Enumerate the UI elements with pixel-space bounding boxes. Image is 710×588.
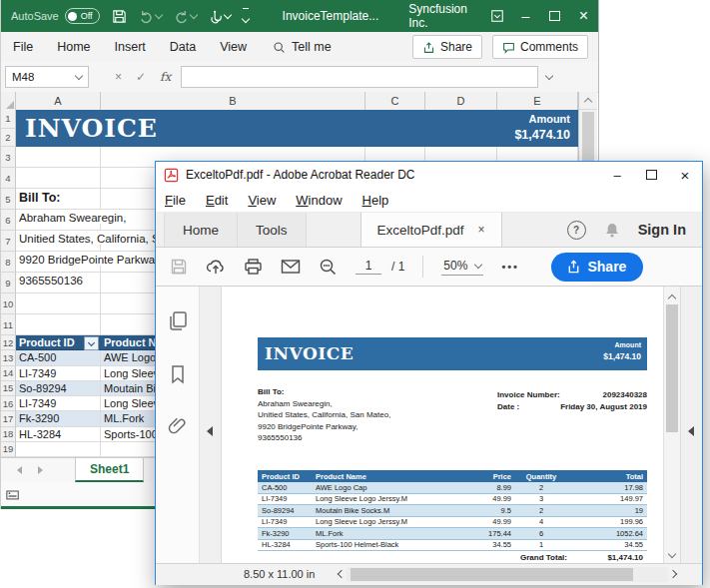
row-header[interactable]: 12: [1, 335, 16, 350]
tools-pane-collapse-strip[interactable]: [680, 287, 702, 563]
tab-home[interactable]: Home: [164, 213, 238, 247]
excel-comments-button[interactable]: Comments: [492, 35, 588, 59]
sign-in-button[interactable]: Sign In: [638, 222, 686, 238]
tab-tools[interactable]: Tools: [238, 213, 307, 247]
redo-button[interactable]: [174, 9, 197, 24]
ribbon-tab-home[interactable]: Home: [45, 32, 102, 62]
cell[interactable]: CA-500: [16, 350, 101, 365]
row-header[interactable]: 7: [1, 231, 16, 252]
close-document-tab-icon[interactable]: ×: [478, 223, 485, 237]
scrollbar-thumb[interactable]: [351, 568, 633, 581]
scroll-up-icon[interactable]: [668, 294, 676, 302]
more-tools-button[interactable]: •••: [501, 261, 519, 273]
menu-help[interactable]: Help: [354, 193, 398, 208]
autosave-toggle[interactable]: Off: [65, 8, 100, 24]
cell[interactable]: LI-7349: [16, 396, 101, 411]
excel-close-button[interactable]: ×: [569, 0, 598, 32]
next-sheet-button[interactable]: [38, 466, 43, 474]
cell[interactable]: LI-7349: [16, 366, 101, 381]
menu-edit[interactable]: Edit: [197, 193, 237, 208]
row-header[interactable]: 3: [1, 147, 16, 168]
acrobat-maximize-button[interactable]: [634, 162, 668, 188]
acrobat-minimize-button[interactable]: –: [600, 162, 634, 188]
scroll-down-icon[interactable]: [668, 550, 676, 558]
collapse-right-pane-icon[interactable]: [688, 426, 694, 436]
cloud-upload-button[interactable]: [206, 258, 226, 276]
cell[interactable]: 9365550136: [16, 273, 101, 294]
sheet-tab-sheet1[interactable]: Sheet1: [75, 458, 144, 482]
scroll-right-icon[interactable]: [669, 569, 677, 577]
nav-pane-collapse-strip[interactable]: [200, 287, 222, 563]
excel-minimize-button[interactable]: –: [511, 0, 540, 32]
cell[interactable]: Product ID: [16, 335, 101, 350]
cell[interactable]: Fk-3290: [16, 411, 101, 426]
accessibility-status-icon[interactable]: [6, 488, 20, 501]
cell[interactable]: Bill To:: [16, 189, 101, 210]
ribbon-tab-insert[interactable]: Insert: [103, 32, 158, 62]
page-thumbnails-icon[interactable]: [167, 310, 189, 332]
row-header[interactable]: 10: [1, 294, 16, 314]
row-header[interactable]: 18: [1, 427, 16, 442]
scroll-up-button[interactable]: [579, 92, 597, 110]
menu-window[interactable]: Window: [287, 193, 351, 208]
cell[interactable]: [16, 147, 101, 168]
previous-sheet-button[interactable]: [17, 466, 22, 474]
row-header[interactable]: 5: [1, 189, 16, 210]
attachments-paperclip-icon[interactable]: [168, 416, 188, 436]
cell[interactable]: [16, 294, 101, 314]
excel-share-button[interactable]: Share: [412, 35, 482, 59]
cell[interactable]: [16, 442, 101, 457]
tell-me-box[interactable]: Tell me: [273, 40, 332, 54]
row-header[interactable]: 2: [1, 129, 16, 148]
row-header[interactable]: 1: [1, 110, 16, 129]
undo-button[interactable]: [139, 9, 162, 24]
formula-bar-expand-icon[interactable]: [545, 72, 553, 80]
row-header[interactable]: 16: [1, 396, 16, 411]
column-header-a[interactable]: A: [16, 92, 101, 110]
row-header[interactable]: 19: [1, 442, 16, 457]
menu-view[interactable]: View: [239, 193, 285, 208]
column-header-d[interactable]: D: [425, 92, 497, 110]
bookmarks-icon[interactable]: [169, 364, 187, 384]
save-file-button[interactable]: [170, 258, 188, 276]
acrobat-close-button[interactable]: ×: [668, 162, 702, 188]
ribbon-tab-view[interactable]: View: [208, 32, 259, 62]
menu-file[interactable]: File: [156, 193, 195, 208]
cell[interactable]: So-89294: [16, 381, 101, 396]
filter-dropdown-button[interactable]: [84, 336, 99, 350]
touch-mode-button[interactable]: [209, 9, 231, 24]
row-header[interactable]: 11: [1, 314, 16, 335]
row-header[interactable]: 4: [1, 168, 16, 189]
scrollbar-thumb[interactable]: [666, 304, 678, 432]
column-header-c[interactable]: C: [365, 92, 425, 110]
quick-access-customize-button[interactable]: [243, 8, 249, 25]
row-header[interactable]: 6: [1, 210, 16, 231]
print-button[interactable]: [244, 258, 263, 276]
row-header[interactable]: 9: [1, 273, 16, 294]
row-header[interactable]: 14: [1, 366, 16, 381]
excel-maximize-button[interactable]: [540, 0, 569, 32]
column-header-e[interactable]: E: [497, 92, 578, 110]
notifications-bell-icon[interactable]: [604, 222, 620, 239]
formula-input[interactable]: [181, 66, 538, 88]
cell[interactable]: [16, 314, 101, 335]
row-header[interactable]: 17: [1, 411, 16, 426]
collapse-left-pane-icon[interactable]: [207, 426, 213, 436]
scrollbar-track[interactable]: [347, 567, 668, 582]
insert-function-button[interactable]: fx: [160, 70, 171, 84]
help-icon[interactable]: ?: [567, 221, 586, 240]
select-all-button[interactable]: [1, 92, 16, 110]
save-button[interactable]: [112, 9, 127, 24]
acrobat-vertical-scrollbar[interactable]: [663, 287, 680, 563]
name-box[interactable]: M48: [5, 66, 89, 88]
acrobat-horizontal-scrollbar[interactable]: [339, 567, 676, 582]
acrobat-share-button[interactable]: Share: [551, 253, 643, 282]
cell[interactable]: 9920 BridgePointe Parkway,: [16, 252, 101, 273]
cell[interactable]: Unitied States, California, San Mateo,: [16, 231, 101, 252]
zoom-level-dropdown[interactable]: 50%: [441, 259, 483, 276]
scroll-left-icon[interactable]: [338, 569, 346, 577]
ribbon-tab-file[interactable]: File: [1, 32, 45, 62]
page-number-input[interactable]: 1: [355, 259, 381, 275]
cell[interactable]: [16, 168, 101, 189]
cell[interactable]: HL-3284: [16, 427, 101, 442]
